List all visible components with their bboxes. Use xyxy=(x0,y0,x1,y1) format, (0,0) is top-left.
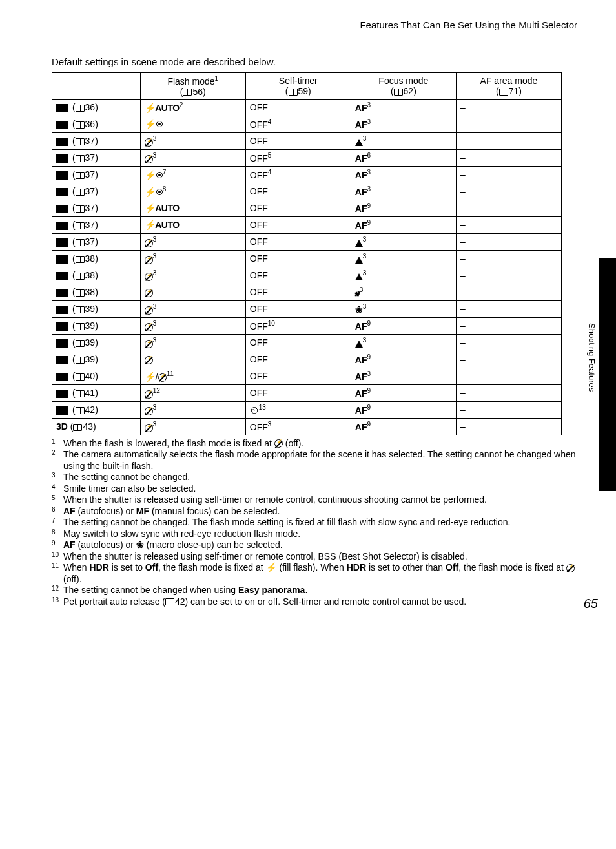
infinity-icon xyxy=(355,273,363,280)
table-row: (38)OFF⸙3– xyxy=(52,284,562,300)
book-icon xyxy=(76,256,85,263)
table-row: 3D (43)3OFF3AF9– xyxy=(52,418,562,435)
scene-pet-icon xyxy=(56,406,68,415)
scene-scene-auto-icon xyxy=(56,104,68,112)
scene-copy-icon xyxy=(56,356,68,364)
col-afarea: AF area mode(71) xyxy=(456,73,561,100)
af-icon: AF xyxy=(355,321,367,331)
infinity-icon xyxy=(355,257,363,264)
scene-fireworks-icon xyxy=(56,339,68,348)
footnotes: 1When the flash is lowered, the flash mo… xyxy=(45,438,597,608)
macro-icon: ⸙ xyxy=(355,288,360,298)
flash-auto-icon: ⚡AUTO xyxy=(145,103,180,113)
footnote: 12The setting cannot be changed when usi… xyxy=(52,585,577,596)
book-icon xyxy=(394,89,403,96)
flash-fill-or-off-icon: ⚡/ xyxy=(145,372,167,382)
af-icon: AF xyxy=(355,103,367,113)
flash-off-icon xyxy=(145,356,153,364)
book-icon xyxy=(183,89,192,96)
infinity-icon xyxy=(355,341,363,348)
scene-backlight-icon xyxy=(56,373,68,381)
scene-museum-icon xyxy=(56,322,68,331)
intro-text: Default settings in scene mode are descr… xyxy=(45,56,597,67)
book-icon xyxy=(76,306,85,313)
book-icon xyxy=(76,222,85,229)
scene-party-icon xyxy=(56,188,68,196)
footnote: 5When the shutter is released using self… xyxy=(52,494,577,506)
book-icon xyxy=(76,105,85,112)
flash-off-icon xyxy=(145,407,153,415)
table-row: (37)3OFF5AF6– xyxy=(52,149,562,166)
table-row: (36)⚡AUTO2OFFAF3– xyxy=(52,99,562,116)
book-icon xyxy=(76,205,85,213)
book-icon xyxy=(76,189,85,196)
book-icon xyxy=(73,424,82,431)
scene-food-icon xyxy=(56,306,68,314)
flash-off-icon xyxy=(145,306,153,315)
table-row: (40)⚡/11OFFAF3– xyxy=(52,368,562,384)
infinity-icon xyxy=(355,139,363,146)
flash-off-icon xyxy=(145,340,153,348)
scene-beach-icon xyxy=(56,205,68,213)
footnote: 2The camera automatically selects the fl… xyxy=(52,449,577,472)
table-row: (36)⚡OFF4AF3– xyxy=(52,116,562,132)
page-number: 65 xyxy=(584,596,598,611)
flash-off-icon xyxy=(145,155,153,163)
footnote: 4Smile timer can also be selected. xyxy=(52,483,577,495)
table-row: (37)⚡AUTOOFFAF9– xyxy=(52,216,562,233)
af-icon: AF xyxy=(355,372,367,382)
book-icon xyxy=(76,273,85,280)
scene-panorama-icon xyxy=(56,390,68,398)
table-row: (39)3OFF❀3– xyxy=(52,300,562,317)
book-icon xyxy=(76,390,85,397)
book-icon xyxy=(499,89,508,96)
flash-off-icon xyxy=(145,424,153,432)
table-row: (39)OFFAF9– xyxy=(52,351,562,368)
flash-off-icon xyxy=(566,564,575,572)
footnote: 3The setting cannot be changed. xyxy=(52,472,577,483)
table-row: (37)⚡7OFF4AF3– xyxy=(52,166,562,183)
footnote: 13Pet portrait auto release (42) can be … xyxy=(52,596,577,608)
flash-off-icon xyxy=(145,289,153,297)
macro-closeup-icon: ❀ xyxy=(355,304,363,315)
footnote: 11When HDR is set to Off, the flash mode… xyxy=(52,562,577,585)
book-icon xyxy=(76,138,85,145)
flash-off-icon xyxy=(145,256,153,264)
col-focus: Focus mode(62) xyxy=(351,73,456,100)
flash-off-icon xyxy=(145,138,153,147)
table-row: (38)3OFF3– xyxy=(52,250,562,267)
side-label: Shooting Features xyxy=(587,323,597,392)
flash-off-icon xyxy=(145,323,153,331)
af-icon: AF xyxy=(355,388,367,399)
book-icon xyxy=(76,172,85,179)
flash-redeye-icon: ⚡ xyxy=(145,187,163,197)
flash-redeye-icon: ⚡ xyxy=(145,119,163,129)
af-icon: AF xyxy=(355,187,367,197)
flash-auto-icon: ⚡AUTO xyxy=(145,203,180,213)
table-row: (39)3OFF10AF9– xyxy=(52,317,562,334)
table-row: (39)3OFF3– xyxy=(52,334,562,351)
side-tab xyxy=(599,258,616,491)
col-timer: Self-timer(59) xyxy=(245,73,351,100)
scene-sunset-icon xyxy=(56,238,68,247)
book-icon xyxy=(165,598,174,605)
footnote: 10When the shutter is released using sel… xyxy=(52,551,577,563)
af-icon: AF xyxy=(355,204,367,214)
footnote: 8May switch to slow sync with red-eye re… xyxy=(52,529,577,540)
book-icon xyxy=(76,289,85,297)
settings-table: Flash mode1(56)Self-timer(59)Focus mode(… xyxy=(52,72,562,435)
af-icon: AF xyxy=(355,355,367,365)
book-icon xyxy=(76,373,85,381)
table-row: (38)3OFF3– xyxy=(52,267,562,284)
scene-landscape-icon xyxy=(56,138,68,146)
book-icon xyxy=(289,89,298,96)
book-icon xyxy=(76,357,85,364)
infinity-icon xyxy=(355,240,363,247)
scene-night-portrait-icon xyxy=(56,171,68,180)
flash-redeye-icon: ⚡ xyxy=(145,170,163,180)
footnote: 1When the flash is lowered, the flash mo… xyxy=(52,438,577,450)
scene-sports-icon xyxy=(56,154,68,163)
af-icon: AF xyxy=(355,153,367,163)
book-icon xyxy=(76,121,85,129)
af-icon: AF xyxy=(355,405,367,415)
